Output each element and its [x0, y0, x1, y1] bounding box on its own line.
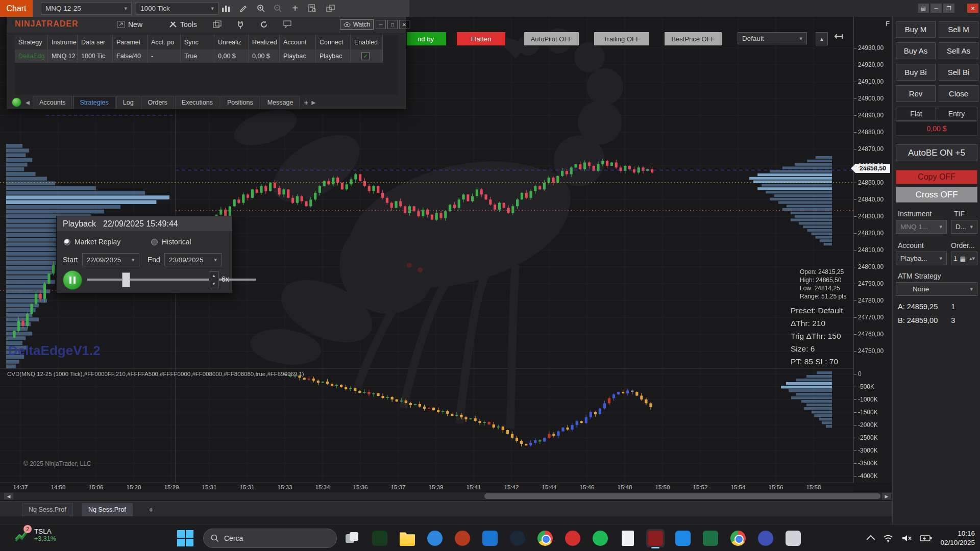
interval-select-toolbar[interactable]: 1000 Tick▾ — [136, 2, 218, 15]
bestprice-off-button[interactable]: BestPrice OFF — [664, 32, 722, 46]
firefox-browser-icon[interactable] — [453, 529, 472, 547]
chart-style-icon[interactable] — [219, 3, 233, 14]
chart-preset-select[interactable]: Default▾ — [738, 32, 807, 44]
minimize-button[interactable]: ─ — [930, 4, 942, 13]
cc-tab-accounts[interactable]: Accounts — [33, 96, 72, 109]
scrollbar-thumb[interactable] — [484, 493, 880, 499]
collapse-up-button[interactable]: ▲ — [816, 32, 828, 45]
account-select[interactable]: Playba...▾ — [896, 252, 947, 265]
new-menu[interactable]: New — [117, 19, 142, 30]
zoom-in-icon[interactable] — [254, 3, 267, 14]
scroll-right-arrow[interactable]: ▶ — [882, 493, 891, 499]
playback-titlebar[interactable]: Playback22/09/2025 15:49:44 — [57, 216, 232, 231]
grid-column-header[interactable]: Acct. po — [148, 35, 181, 49]
buy-market-button[interactable]: Buy M — [896, 21, 936, 38]
file-explorer-icon[interactable] — [398, 529, 416, 547]
microsoft-store-icon[interactable] — [481, 529, 499, 547]
enabled-checkbox[interactable]: ✓ — [361, 52, 370, 60]
quantity-stepper[interactable]: 1▦▴▾ — [951, 252, 977, 265]
atm-strategy-select[interactable]: None▾ — [896, 282, 977, 296]
opera-gx-icon[interactable] — [564, 529, 582, 547]
control-center-titlebar[interactable]: NINJATRADER New Tools Watch ─ □ ✕ — [7, 16, 406, 33]
tif-select[interactable]: D...▾ — [951, 220, 977, 234]
grid-cell[interactable]: MNQ 12 — [48, 49, 78, 63]
chat-icon[interactable] — [281, 19, 293, 30]
market-replay-radio[interactable] — [64, 239, 70, 245]
instrument-select[interactable]: MNQ 1...▾ — [896, 220, 947, 234]
volume-muted-icon[interactable] — [901, 534, 912, 542]
time-axis[interactable]: 14:3714:5015:0615:2015:2915:3115:3115:33… — [0, 483, 853, 492]
grid-cell[interactable]: False/40 — [113, 49, 148, 63]
grid-cell[interactable]: DeltaEdg — [15, 49, 48, 63]
edge-browser-icon[interactable] — [426, 529, 444, 547]
weather-stocks-widget[interactable]: 2 TSLA +3,31% — [14, 527, 56, 542]
grid-cell[interactable]: - — [148, 49, 181, 63]
end-date-select[interactable]: 23/09/2025▾ — [164, 253, 222, 266]
teams-icon[interactable] — [756, 529, 775, 547]
grid-cell[interactable]: 0,00 $ — [249, 49, 280, 63]
workspaces-icon[interactable] — [211, 19, 223, 30]
grid-column-header[interactable]: Connect — [316, 35, 351, 49]
refresh-icon[interactable] — [258, 19, 270, 30]
taskbar-clock[interactable]: 10:16 02/10/2025 — [940, 529, 975, 547]
flatten-button[interactable]: Flatten — [456, 32, 506, 46]
horizontal-scrollbar[interactable]: ◀ ▶ — [0, 492, 892, 500]
start-date-select[interactable]: 22/09/2025▾ — [82, 253, 139, 266]
grid-column-header[interactable]: Instrume — [48, 35, 78, 49]
strategies-grid[interactable]: StrategyDeltaEdgInstrumeMNQ 12Data ser10… — [15, 35, 398, 95]
window-layout-button[interactable]: ▤ — [918, 4, 929, 13]
zoom-out-icon[interactable] — [271, 3, 284, 14]
flat-tab[interactable]: Flat — [896, 107, 937, 121]
grid-column-header[interactable]: Realized — [249, 35, 280, 49]
sell-bid-button[interactable]: Sell Bi — [939, 64, 978, 81]
grid-cell[interactable]: True — [181, 49, 214, 63]
ninjatrader-app-icon[interactable] — [646, 529, 665, 547]
workspace-tab[interactable]: Nq Sess.Prof — [82, 503, 133, 516]
maximize-button[interactable]: ❐ — [943, 4, 954, 13]
cc-tab-log[interactable]: Log — [116, 96, 140, 109]
close-button[interactable]: ✕ — [967, 4, 978, 13]
cc-tab-executions[interactable]: Executions — [175, 96, 219, 109]
reverse-button[interactable]: Rev — [896, 85, 936, 102]
grid-cell[interactable]: 1000 Tic — [78, 49, 113, 63]
cc-tab-message[interactable]: Message — [261, 96, 300, 109]
cc-tab-orders[interactable]: Orders — [141, 96, 174, 109]
grid-cell[interactable]: 0,00 $ — [214, 49, 249, 63]
tray-chevron-up-icon[interactable] — [867, 535, 875, 544]
search-input[interactable]: Cerca — [203, 529, 337, 548]
start-button[interactable] — [177, 530, 194, 547]
notepad-icon[interactable] — [619, 529, 637, 547]
spotify-icon[interactable] — [591, 529, 609, 547]
grid-column-header[interactable]: Account — [280, 35, 316, 49]
tools-menu[interactable]: Tools — [169, 19, 197, 30]
autobe-button[interactable]: AutoBE ON +5 — [896, 144, 977, 161]
add-tab-button[interactable]: + — [304, 98, 308, 107]
battery-icon[interactable] — [920, 535, 932, 542]
speed-slider-thumb[interactable] — [122, 272, 130, 287]
grid-cell[interactable]: ✓ — [351, 49, 383, 63]
grid-column-header[interactable]: Unrealiz — [214, 35, 249, 49]
tabs-scroll-right-icon[interactable]: ▸ — [311, 97, 315, 107]
pause-button[interactable] — [63, 270, 82, 290]
historical-radio[interactable] — [151, 239, 158, 245]
autopilot-off-button[interactable]: AutoPilot OFF — [524, 32, 579, 46]
connections-plug-icon[interactable] — [234, 19, 247, 30]
instrument-select-toolbar[interactable]: MNQ 12-25▾ — [41, 2, 132, 15]
task-view-icon[interactable] — [343, 529, 361, 547]
grid-cell[interactable]: Playbac — [316, 49, 351, 63]
watch-button[interactable]: Watch — [340, 19, 374, 30]
grid-cell[interactable]: Playbac — [280, 49, 316, 63]
chrome-browser-icon[interactable] — [536, 529, 554, 547]
nd-by-button[interactable]: nd by — [405, 32, 447, 46]
close-button[interactable]: Close — [939, 85, 978, 102]
browser-profile-icon[interactable] — [729, 529, 747, 547]
wifi-icon[interactable] — [883, 534, 893, 542]
workspace-tab[interactable]: Nq Sess.Prof — [22, 503, 73, 516]
cc-close-button[interactable]: ✕ — [399, 20, 409, 29]
grid-column-header[interactable]: Strategy — [15, 35, 48, 49]
copy-toggle-button[interactable]: Copy OFF — [896, 170, 977, 184]
undock-arrow-icon[interactable]: ↤ — [834, 30, 843, 43]
sell-ask-button[interactable]: Sell As — [939, 42, 978, 59]
crosshair-icon[interactable]: + — [288, 3, 302, 14]
chart-window-tab[interactable]: Chart — [0, 0, 33, 17]
